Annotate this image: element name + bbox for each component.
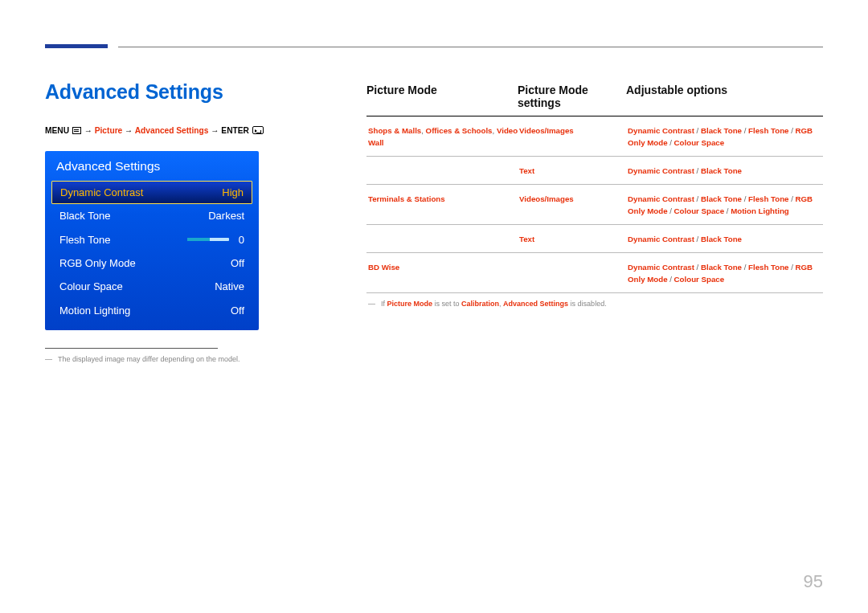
osd-rows: Dynamic ContrastHighBlack ToneDarkestFle… [45,181,259,322]
cell-picture-mode [368,165,519,177]
table-row: TextDynamic Contrast / Black Tone [366,157,823,185]
cell-adjustable: Dynamic Contrast / Black Tone [628,165,821,177]
page-title: Advanced Settings [45,80,310,104]
left-footnote: The displayed image may differ depending… [45,355,310,363]
osd-row-label: Flesh Tone [59,234,110,246]
cell-adjustable: Dynamic Contrast / Black Tone / Flesh To… [628,193,821,217]
page-number: 95 [804,571,823,592]
table-row: Shops & Malls, Offices & Schools, Video … [366,116,823,157]
osd-row: Black ToneDarkest [45,204,259,227]
table-row: BD WiseDynamic Contrast / Black Tone / F… [366,253,823,293]
footnote-rule [45,348,218,349]
top-rule [118,47,823,47]
osd-row-value: High [222,186,244,198]
cell-pm-settings: Text [519,233,628,245]
cell-picture-mode: BD Wise [368,261,519,285]
slider-icon [187,238,229,242]
col-picture-mode: Picture Mode [366,84,518,109]
table-header: Picture Mode Picture Mode settings Adjus… [366,84,823,116]
cell-adjustable: Dynamic Contrast / Black Tone / Flesh To… [628,261,821,285]
osd-row-label: RGB Only Mode [59,257,136,269]
table-row: Terminals & StationsVideos/ImagesDynamic… [366,185,823,225]
col-adjustable: Adjustable options [626,84,823,109]
osd-row-value: Native [215,280,244,292]
breadcrumb-menu: MENU [45,126,69,135]
breadcrumb-advanced: Advanced Settings [135,126,209,135]
cell-pm-settings: Videos/Images [519,193,628,217]
enter-icon [252,126,264,134]
osd-row-label: Dynamic Contrast [60,186,143,198]
breadcrumb-enter: ENTER [221,126,249,135]
col-pm-settings: Picture Mode settings [518,84,626,109]
osd-row-value: Off [231,257,244,269]
cell-picture-mode: Terminals & Stations [368,193,519,217]
osd-row-label: Motion Lighting [59,304,130,317]
breadcrumb: MENU → Picture → Advanced Settings → ENT… [45,126,310,135]
accent-bar [45,44,108,48]
cell-picture-mode [368,233,519,245]
osd-row: RGB Only ModeOff [45,251,259,275]
osd-row: Dynamic ContrastHigh [51,181,252,204]
osd-row-value: Darkest [208,210,244,222]
cell-picture-mode: Shops & Malls, Offices & Schools, Video … [368,125,519,149]
disabled-note: If Picture Mode is set to Calibration, A… [366,293,823,308]
osd-row-value: 0 [239,234,244,246]
osd-row: Motion LightingOff [45,299,259,322]
cell-pm-settings [519,261,628,285]
osd-row: Colour SpaceNative [45,275,259,298]
table-body: Shops & Malls, Offices & Schools, Video … [366,116,823,293]
cell-adjustable: Dynamic Contrast / Black Tone / Flesh To… [628,125,821,149]
osd-row-label: Black Tone [59,210,110,222]
menu-icon [72,127,81,134]
osd-row-value: Off [231,304,244,317]
cell-pm-settings: Text [519,165,628,177]
osd-row-label: Colour Space [59,280,123,292]
osd-row: Flesh Tone0 [45,227,259,251]
table-row: TextDynamic Contrast / Black Tone [366,225,823,253]
cell-adjustable: Dynamic Contrast / Black Tone [628,233,821,245]
osd-title: Advanced Settings [45,151,259,181]
osd-panel: Advanced Settings Dynamic ContrastHighBl… [45,151,259,330]
breadcrumb-picture: Picture [95,126,123,135]
cell-pm-settings: Videos/Images [519,125,628,149]
